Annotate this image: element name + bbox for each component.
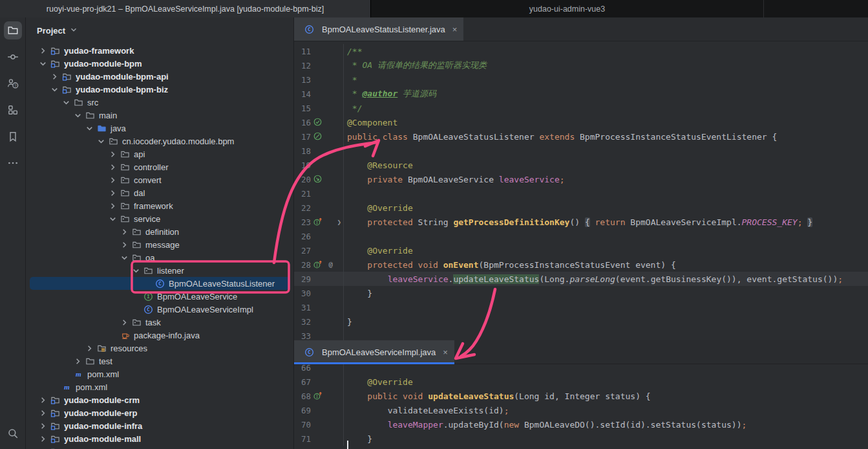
chevron-down-icon[interactable] xyxy=(48,84,60,94)
window-tab-inactive[interactable]: yudao-ui-admin-vue3 xyxy=(370,0,764,17)
tree-item-main[interactable]: main xyxy=(26,109,293,122)
tree-item-yudao-module-mall[interactable]: yudao-module-mall xyxy=(26,432,293,445)
tree-item-label: pom.xml xyxy=(87,369,119,379)
chevron-down-icon[interactable] xyxy=(118,252,130,263)
code-text: protected void onEvent(BpmProcessInstanc… xyxy=(344,260,676,270)
tree-item-test[interactable]: test xyxy=(26,355,293,367)
chevron-right-icon[interactable] xyxy=(107,175,118,185)
chevron-down-icon[interactable] xyxy=(72,110,83,120)
tree-item-src[interactable]: src xyxy=(26,96,293,109)
svg-text:m: m xyxy=(64,383,70,391)
line-number: 11 xyxy=(294,47,311,56)
module-icon xyxy=(50,421,61,431)
chevron-spacer xyxy=(130,291,142,301)
tree-item-yudao-module-crm[interactable]: yudao-module-crm xyxy=(26,393,293,406)
structure-icon[interactable] xyxy=(4,101,22,119)
tree-item-yudao-module-infra[interactable]: yudao-module-infra xyxy=(26,419,293,432)
chevron-right-icon[interactable] xyxy=(107,201,118,211)
tree-item-yudao-module-bpm-biz[interactable]: yudao-module-bpm-biz xyxy=(26,83,293,96)
chevron-right-icon[interactable] xyxy=(37,395,48,405)
close-icon[interactable]: × xyxy=(452,25,458,34)
package-icon xyxy=(120,149,131,159)
tree-item-bpmoaleavestatuslistener[interactable]: CBpmOALeaveStatusListener xyxy=(26,277,293,290)
chevron-right-icon[interactable] xyxy=(107,149,118,159)
tree-item-bpmoaleaveserviceimpl[interactable]: CBpmOALeaveServiceImpl xyxy=(26,303,293,316)
tree-item-cn-iocoder-yudao-module-bpm[interactable]: cn.iocoder.yudao.module.bpm xyxy=(26,135,293,148)
tree-item-listener[interactable]: listener xyxy=(26,264,293,277)
override-icon[interactable]: I xyxy=(313,217,324,227)
code-line-67: 67 @Override xyxy=(294,375,868,389)
tree-item-resources[interactable]: resources xyxy=(26,342,293,355)
window-tab-active[interactable]: ruoyi-vue-pro-jdk21 – BpmOALeaveServiceI… xyxy=(0,0,370,17)
tree-item-api[interactable]: api xyxy=(26,148,293,160)
bean-icon[interactable] xyxy=(313,131,324,142)
tree-item-framework[interactable]: framework xyxy=(26,199,293,212)
commit-icon[interactable] xyxy=(4,48,22,66)
chevron-right-icon[interactable] xyxy=(72,356,83,366)
chevron-right-icon[interactable] xyxy=(37,421,48,431)
chevron-down-icon[interactable] xyxy=(130,265,142,276)
tree-item-message[interactable]: message xyxy=(26,238,293,251)
line-number: 70 xyxy=(294,420,311,430)
pull-requests-icon[interactable]: ? xyxy=(4,74,22,93)
chevron-right-icon[interactable] xyxy=(107,162,118,172)
chevron-spacer xyxy=(142,278,153,289)
chevron-right-icon[interactable] xyxy=(118,317,130,327)
tree-item-controller[interactable]: controller xyxy=(26,160,293,173)
bean-arrow-icon[interactable] xyxy=(313,174,324,184)
editor-tab-serviceimpl[interactable]: C BpmOALeaveServiceImpl.java × xyxy=(294,340,454,364)
editor-listener[interactable]: 11/**12 * OA 请假单的结果的监听器实现类13 *14 * @auth… xyxy=(294,41,868,340)
chevron-right-icon[interactable] xyxy=(37,408,48,418)
tree-item-partial[interactable] xyxy=(26,445,293,449)
tree-item-convert[interactable]: convert xyxy=(26,173,293,186)
tree-item-yudao-module-bpm-api[interactable]: yudao-module-bpm-api xyxy=(26,70,293,83)
line-number: 12 xyxy=(294,61,311,71)
tree-item-task[interactable]: task xyxy=(26,316,293,329)
line-number: 32 xyxy=(294,317,311,327)
search-icon[interactable] xyxy=(4,424,22,443)
chevron-right-icon[interactable] xyxy=(118,239,130,250)
chevron-down-icon[interactable] xyxy=(37,58,48,69)
bookmarks-icon[interactable] xyxy=(4,127,22,146)
tree-item-yudao-framework[interactable]: yudao-framework xyxy=(26,44,293,57)
chevron-down-icon[interactable] xyxy=(95,136,107,146)
tree-item-java[interactable]: java xyxy=(26,122,293,135)
override-icon[interactable]: I xyxy=(313,391,324,401)
override-icon[interactable]: I xyxy=(313,259,324,270)
tree-item-package-info-java[interactable]: package-info.java xyxy=(26,329,293,342)
tree-item-oa[interactable]: oa xyxy=(26,251,293,264)
editor-serviceimpl[interactable]: 6667 @Override68I public void updateLeav… xyxy=(294,364,868,449)
tree-item-yudao-module-erp[interactable]: yudao-module-erp xyxy=(26,406,293,419)
chevron-right-icon[interactable] xyxy=(37,45,48,56)
chevron-right-icon[interactable] xyxy=(48,71,60,82)
line-number: 30 xyxy=(294,289,311,298)
tree-item-definition[interactable]: definition xyxy=(26,225,293,238)
at-icon[interactable]: @ xyxy=(326,259,337,270)
tree-item-pom-xml[interactable]: mpom.xml xyxy=(26,367,293,380)
ide-main: ? Project yudao-frameworkyudao-module-bp… xyxy=(0,17,868,449)
more-icon[interactable] xyxy=(4,154,22,172)
tree-item-bpmoaleaveservice[interactable]: IBpmOALeaveService xyxy=(26,290,293,303)
code-line-29: 29 leaveService.updateLeaveStatus(Long.p… xyxy=(294,272,868,286)
bean-check-icon[interactable] xyxy=(313,117,324,127)
chevron-down-icon[interactable] xyxy=(60,97,72,107)
chevron-right-icon[interactable] xyxy=(107,188,118,198)
editor-tab-listener[interactable]: C BpmOALeaveStatusListener.java × xyxy=(294,17,463,41)
project-folder-icon[interactable] xyxy=(4,21,22,39)
chevron-right-icon[interactable] xyxy=(83,343,95,353)
tree-item-dal[interactable]: dal xyxy=(26,186,293,199)
module-icon xyxy=(50,395,61,405)
tree-item-pom-xml[interactable]: mpom.xml xyxy=(26,380,293,393)
chevron-right-icon[interactable] xyxy=(37,433,48,444)
package-icon xyxy=(120,188,131,198)
tree-item-yudao-module-bpm[interactable]: yudao-module-bpm xyxy=(26,57,293,70)
fold-chevron-icon[interactable]: ❯ xyxy=(337,218,341,226)
chevron-down-icon[interactable] xyxy=(107,214,118,224)
chevron-down-icon[interactable] xyxy=(83,123,95,133)
tree-item-service[interactable]: service xyxy=(26,212,293,225)
svg-text:I: I xyxy=(315,220,318,225)
close-icon[interactable]: × xyxy=(443,347,448,357)
project-view-header[interactable]: Project xyxy=(26,17,293,44)
chevron-right-icon[interactable] xyxy=(118,226,130,237)
chevron-right-icon[interactable] xyxy=(37,446,48,449)
